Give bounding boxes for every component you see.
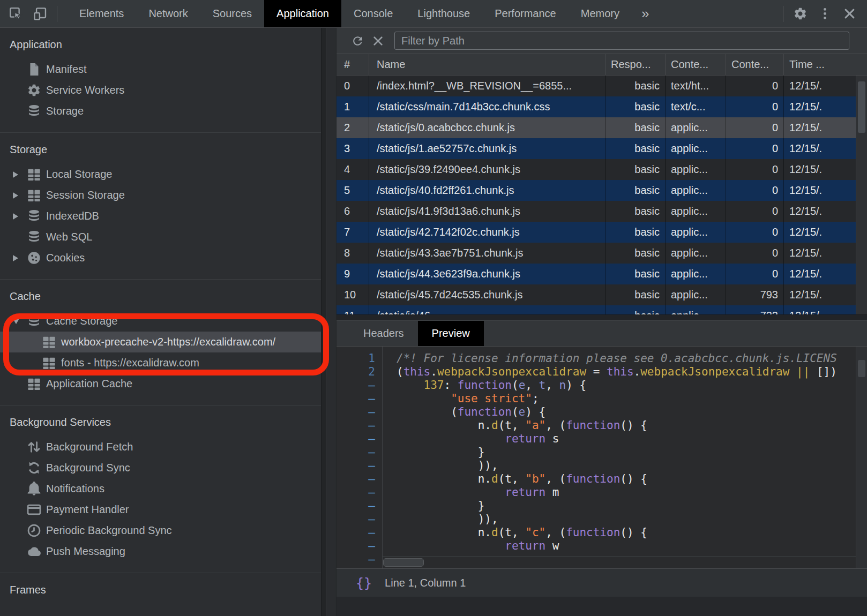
cell-content-type: applic... xyxy=(666,243,726,264)
line-number[interactable]: – xyxy=(337,526,383,539)
cloud-icon xyxy=(27,544,41,559)
line-number[interactable]: – xyxy=(337,405,383,419)
sidebar-item-label: Application Cache xyxy=(46,378,132,390)
table-row[interactable]: 6/static/js/41.9f3d13a6.chunk.jsbasicapp… xyxy=(337,201,867,222)
sidebar-item-cookies[interactable]: Cookies xyxy=(0,247,321,268)
sidebar-item-fonts-cache[interactable]: fonts - https://excalidraw.com xyxy=(0,352,321,373)
line-number[interactable]: 1 xyxy=(337,352,383,365)
code-vertical-scrollbar-thumb[interactable] xyxy=(858,360,865,377)
sidebar-item-cache-storage[interactable]: Cache Storage xyxy=(0,311,321,332)
horizontal-splitter[interactable] xyxy=(337,314,867,321)
table-row[interactable]: 2/static/js/0.acabcbcc.chunk.jsbasicappl… xyxy=(337,117,867,138)
line-number[interactable]: – xyxy=(337,459,383,472)
preview-code-viewer[interactable]: 1/*! For license information please see … xyxy=(337,347,867,568)
tab-preview[interactable]: Preview xyxy=(418,321,484,346)
table-row[interactable]: 1/static/css/main.7d14b3cc.chunk.cssbasi… xyxy=(337,96,867,117)
sidebar-item-web-sql[interactable]: Web SQL xyxy=(0,227,321,247)
sidebar-item-periodic-background-sync[interactable]: Periodic Background Sync xyxy=(0,520,321,541)
tab-elements[interactable]: Elements xyxy=(67,0,136,27)
line-number[interactable]: – xyxy=(337,432,383,446)
panel-tabs: Elements Network Sources Application Con… xyxy=(67,0,659,27)
close-icon[interactable] xyxy=(837,0,862,27)
table-row[interactable]: 10/static/js/45.7d24c535.chunk.jsbasicap… xyxy=(337,284,867,305)
chevron-right-icon[interactable] xyxy=(13,192,18,199)
column-header-content-length[interactable]: Conte... xyxy=(726,54,784,75)
table-row[interactable]: 5/static/js/40.fd2ff261.chunk.jsbasicapp… xyxy=(337,180,867,201)
table-scrollbar[interactable] xyxy=(856,76,867,314)
filter-by-path-input[interactable] xyxy=(394,32,849,50)
refresh-icon[interactable] xyxy=(347,34,368,48)
column-header-response-type[interactable]: Respo... xyxy=(606,54,666,75)
column-header-content-type[interactable]: Conte... xyxy=(666,54,726,75)
line-number[interactable]: – xyxy=(337,499,383,513)
sidebar-item-payment-handler[interactable]: Payment Handler xyxy=(0,499,321,520)
sidebar-item-push-messaging[interactable]: Push Messaging xyxy=(0,541,321,562)
delete-selected-icon[interactable] xyxy=(368,34,388,48)
sidebar-item-application-cache[interactable]: Application Cache xyxy=(0,373,321,394)
line-number[interactable]: – xyxy=(337,513,383,526)
cell-name: /static/js/44.3e623f9a.chunk.js xyxy=(369,264,606,284)
line-number[interactable]: – xyxy=(337,419,383,432)
table-row[interactable]: 11/static/js/46...basicapplic...73312/15… xyxy=(337,305,867,314)
line-number[interactable]: 2 xyxy=(337,365,383,379)
sidebar-item-service-workers[interactable]: Service Workers xyxy=(0,80,321,101)
tab-lighthouse[interactable]: Lighthouse xyxy=(405,0,482,27)
code-horizontal-scrollbar[interactable] xyxy=(383,556,856,568)
sidebar-item-notifications[interactable]: Notifications xyxy=(0,478,321,499)
tab-console[interactable]: Console xyxy=(341,0,405,27)
panel-splitter[interactable] xyxy=(322,28,337,616)
line-number[interactable]: – xyxy=(337,553,383,566)
sidebar-item-background-fetch[interactable]: Background Fetch xyxy=(0,437,321,457)
sidebar-item-label: Cookies xyxy=(46,252,85,264)
cell-response-type: basic xyxy=(606,222,666,243)
column-header-name[interactable]: Name xyxy=(369,54,606,75)
sidebar-item-storage[interactable]: Storage xyxy=(0,101,321,122)
sidebar-item-background-sync[interactable]: Background Sync xyxy=(0,457,321,478)
cell-content-type: applic... xyxy=(666,138,726,159)
cell-time-cached: 12/15/. xyxy=(784,117,856,138)
sidebar-item-manifest[interactable]: Manifest xyxy=(0,59,321,80)
table-row[interactable]: 9/static/js/44.3e623f9a.chunk.jsbasicapp… xyxy=(337,264,867,284)
sidebar-item-workbox-precache[interactable]: workbox-precache-v2-https://excalidraw.c… xyxy=(0,332,321,352)
tab-sources[interactable]: Sources xyxy=(200,0,264,27)
table-row[interactable]: 3/static/js/1.ae52757c.chunk.jsbasicappl… xyxy=(337,138,867,159)
chevron-down-icon[interactable] xyxy=(13,319,19,324)
line-number[interactable]: – xyxy=(337,392,383,405)
sidebar-item-session-storage[interactable]: Session Storage xyxy=(0,185,321,206)
tab-network[interactable]: Network xyxy=(136,0,200,27)
sidebar-item-local-storage[interactable]: Local Storage xyxy=(0,164,321,185)
tab-application[interactable]: Application xyxy=(264,0,341,27)
line-number[interactable]: – xyxy=(337,486,383,499)
database-icon xyxy=(27,209,41,223)
cell-name: /static/js/45.7d24c535.chunk.js xyxy=(369,284,606,305)
section-storage: Storage Local Storage Session Storage In… xyxy=(0,133,321,280)
table-row[interactable]: 4/static/js/39.f2490ee4.chunk.jsbasicapp… xyxy=(337,159,867,180)
more-tabs-chevron-icon[interactable]: » xyxy=(632,0,659,27)
table-row[interactable]: 8/static/js/43.3ae7b751.chunk.jsbasicapp… xyxy=(337,243,867,264)
sidebar-item-indexeddb[interactable]: IndexedDB xyxy=(0,206,321,227)
tab-performance[interactable]: Performance xyxy=(482,0,569,27)
column-header-index[interactable]: # xyxy=(337,54,369,75)
code-horizontal-scrollbar-thumb[interactable] xyxy=(383,558,424,567)
chevron-right-icon[interactable] xyxy=(13,171,18,178)
line-number[interactable]: – xyxy=(337,472,383,486)
device-toolbar-icon[interactable] xyxy=(28,0,53,27)
column-header-time-cached[interactable]: Time ... xyxy=(784,54,856,75)
code-line: – } xyxy=(337,499,856,513)
table-row[interactable]: 7/static/js/42.7142f02c.chunk.jsbasicapp… xyxy=(337,222,867,243)
table-scrollbar-thumb[interactable] xyxy=(858,81,865,133)
cell-index: 7 xyxy=(337,222,369,243)
tab-memory[interactable]: Memory xyxy=(569,0,632,27)
inspect-element-icon[interactable] xyxy=(3,0,28,27)
kebab-menu-icon[interactable] xyxy=(812,0,837,27)
braces-format-icon[interactable]: {} xyxy=(356,575,372,591)
code-vertical-scrollbar[interactable] xyxy=(856,347,867,568)
table-row[interactable]: 0/index.html?__WB_REVISION__=6855...basi… xyxy=(337,76,867,96)
line-number[interactable]: – xyxy=(337,379,383,392)
chevron-right-icon[interactable] xyxy=(13,213,18,220)
tab-headers[interactable]: Headers xyxy=(349,321,418,346)
chevron-right-icon[interactable] xyxy=(13,255,18,261)
settings-gear-icon[interactable] xyxy=(788,0,812,27)
line-number[interactable]: – xyxy=(337,446,383,459)
line-number[interactable]: – xyxy=(337,539,383,553)
